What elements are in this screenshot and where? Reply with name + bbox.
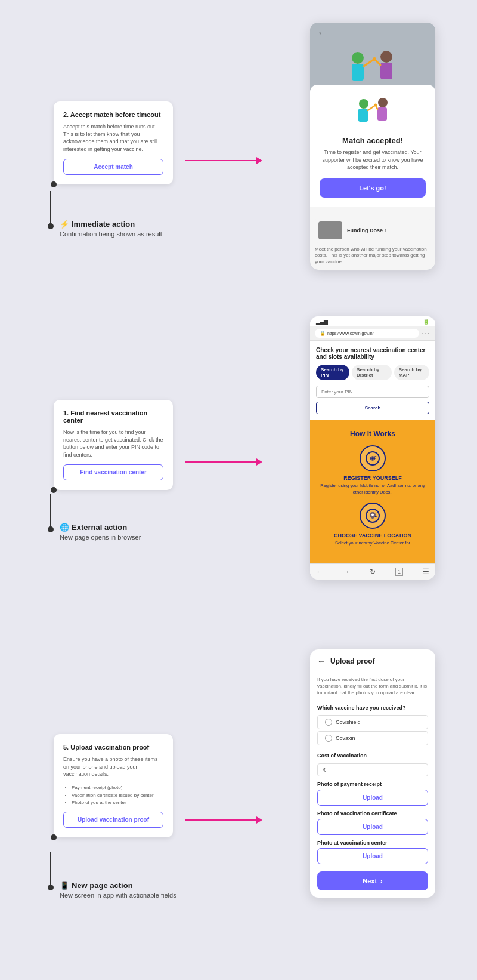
radio-circle-2 (325, 735, 332, 742)
browser-refresh-icon[interactable]: ↻ (370, 568, 376, 576)
page-wrapper: 2. Accept match before timeout Accept th… (0, 0, 477, 980)
lets-go-button[interactable]: Let's go! (320, 178, 426, 198)
location-icon (360, 503, 386, 529)
action-desc-1: Confirmation being shown as result (60, 230, 162, 238)
step2-title: CHOOSE VACCINE LOCATION (316, 532, 429, 538)
action-icon-text-3: 📱 New page action (60, 881, 176, 890)
vaccination-cert-section: Photo of vaccination certificate Upload (310, 808, 435, 837)
how-title: How it Works (316, 430, 429, 438)
action-label-2: 🌐 External action New page opens in brow… (60, 523, 141, 541)
accept-match-button[interactable]: Accept match (63, 159, 163, 175)
browser-tab-icon[interactable]: 1 (395, 568, 403, 576)
cost-label: Cost of vaccination (310, 749, 435, 761)
svg-point-6 (373, 57, 376, 61)
cowin-search-button[interactable]: Search (316, 402, 429, 414)
vaccination-card-title: 1. Find nearest vaccination center (63, 409, 163, 424)
how-step-1: REGISTER YOURSELF Register using your Mo… (316, 445, 429, 495)
funding-text: Meet the person who will be funding your… (315, 246, 430, 265)
browser-url-bar[interactable]: 🔒 https://www.cowin.gov.in/ (315, 329, 419, 338)
globe-icon: 🌐 (60, 523, 69, 532)
upload-cert-button[interactable]: Upload (317, 819, 428, 835)
upload-left-card: 5. Upload vaccination proof Ensure you h… (54, 734, 173, 837)
svg-point-0 (352, 52, 364, 64)
upload-proof-header: ← Upload proof (310, 649, 435, 671)
covishield-option[interactable]: Covishield (317, 715, 428, 729)
action-icon-text-1: ⚡ Immediate action (60, 220, 162, 229)
tab-search-map[interactable]: Search by MAP (394, 365, 429, 380)
tab-search-pin[interactable]: Search by PIN (316, 365, 349, 380)
svg-line-2 (364, 59, 374, 66)
svg-point-10 (378, 98, 388, 107)
action-desc-2: New page opens in browser (60, 534, 141, 541)
svg-rect-4 (380, 63, 392, 79)
phone-mockup-2: ▂▄▆ 🔋 🔒 https://www.cowin.gov.in/ ··· Ch… (310, 316, 435, 580)
payment-receipt-label: Photo of payment receipt (317, 781, 428, 787)
arrow-line-2 (185, 461, 256, 463)
step1-text: Register using your Mobile no. or Aadhaa… (316, 483, 429, 495)
browser-forward-icon[interactable]: → (343, 568, 350, 576)
tab-search-district[interactable]: Search by District (352, 365, 392, 380)
upload-bullets: Payment receipt (photo) Vaccination cert… (63, 784, 163, 807)
lightning-icon: ⚡ (60, 220, 69, 229)
next-label: Next (363, 877, 377, 885)
browser-menu-hamburger-icon[interactable]: ☰ (423, 568, 429, 576)
upload-card-title: 5. Upload vaccination proof (63, 744, 163, 751)
action-title-2: External action (72, 523, 127, 532)
url-text: https://www.cowin.gov.in/ (327, 331, 374, 335)
radio-circle-1 (325, 719, 332, 726)
browser-menu-icon[interactable]: ··· (422, 328, 430, 338)
bullet-2: Vaccination certificate issued by center (72, 792, 163, 800)
phone-mockup-1: ← (310, 23, 435, 270)
phone1-card: Match accepted! Time to register and get… (310, 85, 435, 207)
match-card-title: 2. Accept match before timeout (63, 111, 163, 118)
location-svg-icon (366, 509, 380, 523)
find-vaccination-button[interactable]: Find vaccination center (63, 464, 163, 480)
phone1-header: ← (310, 23, 435, 43)
funding-image (318, 221, 342, 239)
arrowhead-1 (256, 157, 262, 164)
cowin-content: Check your nearest vaccination center an… (310, 341, 435, 420)
pin-input[interactable] (316, 386, 429, 398)
vline-1 (50, 191, 51, 227)
svg-point-3 (380, 51, 392, 63)
card-dot (51, 181, 57, 187)
match-accepted-text: Time to register and get vaccinated. You… (320, 149, 426, 171)
section-3: 5. Upload vaccination proof Ensure you h… (0, 639, 477, 980)
shield-security-icon: 🔒 (320, 331, 326, 336)
vline-2 (50, 494, 51, 530)
step1-title: REGISTER YOURSELF (316, 475, 429, 481)
next-chevron-icon: › (380, 877, 383, 885)
phone1-card-illustration (320, 94, 426, 130)
section-1: 2. Accept match before timeout Accept th… (0, 0, 477, 304)
arrow-1 (185, 157, 262, 164)
covaxin-option[interactable]: Covaxin (317, 731, 428, 745)
upload-proof-title: Upload proof (330, 657, 375, 665)
vaccination-cert-label: Photo of vaccination certificate (317, 810, 428, 816)
dot-1 (48, 223, 54, 229)
card-dot-2 (51, 487, 57, 493)
signal-bars-icon: ▂▄▆ (316, 319, 328, 325)
upload-center-photo-button[interactable]: Upload (317, 848, 428, 864)
card-dot-3 (51, 834, 57, 840)
signal-indicator: ▂▄▆ (316, 319, 328, 325)
cost-field[interactable]: ₹ (317, 763, 428, 776)
phone-screen-icon: 📱 (60, 881, 69, 890)
next-button[interactable]: Next › (317, 871, 428, 890)
phone1-illustration-bg (310, 43, 435, 91)
arrow-2 (185, 458, 262, 466)
back-icon-1[interactable]: ← (317, 27, 327, 38)
people-illustration-card (346, 94, 399, 127)
vaccination-center-photo-label: Photo at vaccination center (317, 840, 428, 846)
action-desc-3: New screen in app with actionable fields (60, 892, 176, 899)
browser-back-icon[interactable]: ← (316, 568, 323, 576)
action-label-3: 📱 New page action New screen in app with… (60, 881, 176, 899)
funding-section: Funding Dose 1 Meet the person who will … (310, 207, 435, 270)
upload-back-icon[interactable]: ← (317, 657, 326, 666)
svg-point-15 (371, 457, 374, 460)
upload-receipt-button[interactable]: Upload (317, 790, 428, 806)
vline-3 (50, 852, 51, 888)
vaccination-left-card: 1. Find nearest vaccination center Now i… (54, 400, 173, 490)
vaccination-card-text: Now is the time for you to find your nea… (63, 429, 163, 458)
upload-vaccination-button[interactable]: Upload vaccination proof (63, 812, 163, 828)
battery-icon: 🔋 (423, 319, 429, 325)
